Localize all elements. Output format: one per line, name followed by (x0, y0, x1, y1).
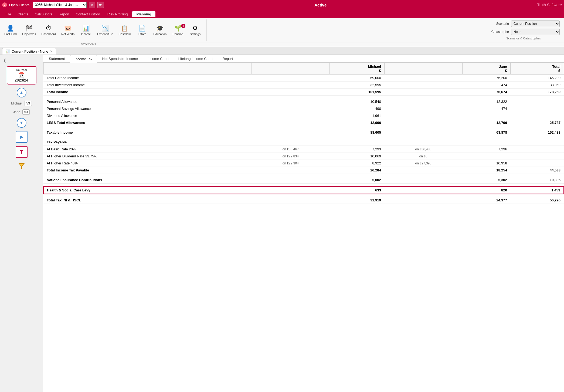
app-name: Truth Software (537, 3, 562, 7)
tab-income-tax[interactable]: Income Tax (70, 55, 97, 63)
header-on-amount2 (384, 63, 462, 75)
tab-net-spendable[interactable]: Net Spendable Income (98, 55, 142, 62)
row-label: Tax Payable (43, 139, 252, 146)
row-total (510, 105, 564, 112)
michael-age-badge: 53 (25, 101, 32, 106)
year-up-button[interactable]: ▲ (17, 88, 26, 97)
header-description (43, 63, 252, 75)
row-on-amount (252, 98, 329, 105)
scenario-select[interactable]: Current Position Scenario 1 (511, 21, 560, 27)
row-jane: 7,296 (462, 146, 510, 153)
settings-label: Settings (190, 32, 201, 36)
education-label: Education (153, 32, 167, 36)
tab-income-chart[interactable]: Income Chart (143, 55, 173, 62)
row-michael: 88,605 (329, 129, 384, 136)
statements-label-bar: Statements (0, 42, 564, 47)
row-on-amount (252, 75, 329, 82)
row-michael (329, 139, 384, 146)
row-total: 152,483 (510, 129, 564, 136)
toolbar-net-worth[interactable]: 🐷 Net Worth (59, 24, 77, 37)
row-total (510, 139, 564, 146)
toolbar-estate[interactable]: 📄 Estate (134, 24, 150, 37)
row-jane: 63,878 (462, 129, 510, 136)
table-gap-row (43, 126, 564, 129)
t-button[interactable]: T (16, 146, 28, 158)
menu-report[interactable]: Report (56, 11, 73, 17)
jane-age-badge: 53 (22, 109, 30, 115)
toolbar-pension[interactable]: 🌱 Pension 4 (170, 24, 186, 37)
table-row: At Higher Dividend Rate 33.75%on £29,834… (43, 153, 564, 160)
client-selector[interactable]: 3055: Michael Client & Jane... (33, 2, 87, 8)
toolbar-fact-find[interactable]: 👤 Fact Find (2, 24, 19, 37)
row-label: LESS Total Allowances (43, 119, 252, 126)
dashboard-label: Dashboard (41, 32, 56, 36)
row-on-amount (252, 177, 329, 184)
table-row: Total Income Tax Payable26,28418,25444,5… (43, 167, 564, 174)
row-label: Health & Social Care Levy (43, 187, 252, 194)
toolbar-expenditure[interactable]: 📉 Expenditure (95, 24, 115, 37)
catastrophe-label: Catastrophe (487, 30, 509, 34)
menu-calculators[interactable]: Calculators (32, 11, 56, 17)
row-on-amount2 (384, 177, 462, 184)
collapse-sidebar-button[interactable]: ❮ (2, 58, 8, 63)
toolbar-dashboard[interactable]: ⏱ Dashboard (39, 24, 58, 37)
tax-year-box: Tax Year 📅 2023/24 (7, 66, 36, 85)
row-jane: 24,377 (462, 197, 510, 204)
objectives-icon: 🏁 (25, 25, 33, 32)
pension-badge: 4 (181, 24, 185, 28)
row-jane: 76,674 (462, 89, 510, 96)
row-on-amount2 (384, 197, 462, 204)
table-row: LESS Total Allowances12,99012,79625,787 (43, 119, 564, 126)
scenarios-label: Scenarios & Catastrophes (487, 37, 560, 40)
table-area: Michael£ Jane£ Total£ Total Earned Incom… (43, 63, 564, 392)
jane-name-label: Jane (13, 110, 20, 114)
tab-statement[interactable]: Statement (44, 55, 69, 62)
close-client-button[interactable]: ✕ (89, 2, 95, 8)
scenarios-section: Scenario Current Position Scenario 1 Cat… (485, 19, 562, 41)
toolbar-objectives[interactable]: 🏁 Objectives (20, 24, 38, 37)
active-tab-label: Active (106, 3, 535, 7)
table-row: Total Investment Income32,59547433,069 (43, 82, 564, 89)
row-total: 44,538 (510, 167, 564, 174)
table-gap-row (43, 174, 564, 177)
row-michael: 10,069 (329, 153, 384, 160)
tax-year-value[interactable]: 2023/24 (11, 78, 33, 82)
table-row: Personal Allowance10,54012,322 (43, 98, 564, 105)
tab-risk-profiling[interactable]: Risk Profiling (103, 11, 132, 17)
row-jane (462, 153, 510, 160)
row-michael: 8,922 (329, 160, 384, 167)
tab-planning[interactable]: Planning (132, 11, 156, 17)
menu-file[interactable]: File (2, 11, 14, 17)
catastrophe-select[interactable]: None Death (511, 29, 560, 35)
hand-tool-button[interactable]: ☛ (97, 2, 104, 8)
menu-contact-history[interactable]: Contact History (73, 11, 103, 17)
row-on-amount (252, 112, 329, 119)
calendar-icon: 📅 (11, 72, 33, 78)
cashflow-icon: 📋 (121, 25, 128, 32)
toolbar-cashflow[interactable]: 📋 Cashflow (116, 24, 133, 37)
row-jane: 18,254 (462, 167, 510, 174)
table-row: Dividend Allowance1,961 (43, 112, 564, 119)
fact-find-label: Fact Find (4, 32, 17, 36)
year-down-button[interactable]: ▼ (17, 118, 26, 128)
play-button[interactable]: ▶ (16, 131, 28, 143)
toolbar: 👤 Fact Find 🏁 Objectives ⏱ Dashboard 🐷 N… (0, 18, 564, 42)
tab-lifelong-chart[interactable]: Lifelong Income Chart (174, 55, 217, 62)
scenario-label: Scenario (487, 22, 509, 26)
filter-button[interactable] (17, 161, 26, 171)
toolbar-settings[interactable]: ⚙ Settings (187, 24, 203, 37)
row-on-amount2 (384, 89, 462, 96)
toolbar-income[interactable]: 📊 Income (78, 24, 94, 37)
header-jane: Jane£ (462, 63, 510, 75)
row-on-amount2 (384, 119, 462, 126)
toolbar-education[interactable]: 🎓 Education (151, 24, 169, 37)
doc-tab-current-position[interactable]: 📊 Current Position - None ✕ (2, 48, 56, 55)
table-gap-row (43, 184, 564, 187)
menu-clients[interactable]: Clients (14, 11, 32, 17)
svg-marker-0 (19, 164, 24, 168)
doc-tab-close[interactable]: ✕ (50, 50, 53, 53)
row-on-amount2 (384, 129, 462, 136)
tab-report[interactable]: Report (218, 55, 237, 62)
row-total: 10,305 (510, 177, 564, 184)
row-on-amount: on £29,834 (252, 153, 329, 160)
